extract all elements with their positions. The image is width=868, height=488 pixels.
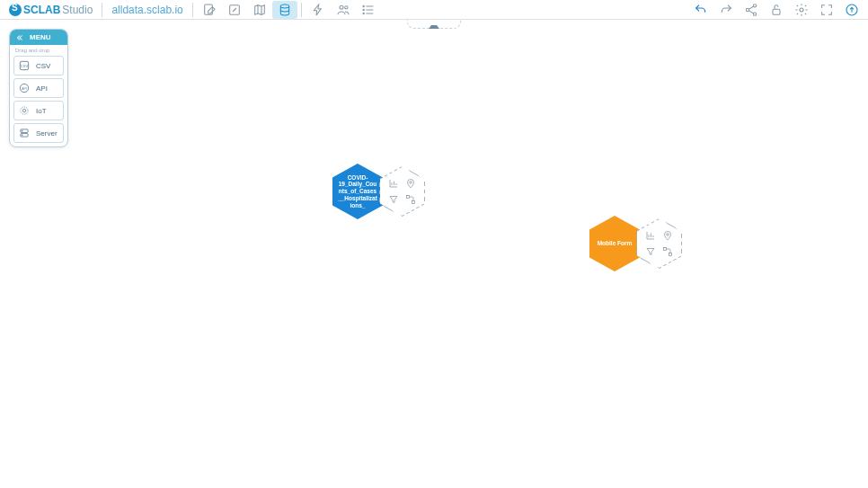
pencil-square-icon — [227, 3, 242, 17]
page-edit-icon — [202, 3, 217, 17]
node-filter-action[interactable] — [385, 192, 402, 207]
svg-point-6 — [363, 9, 364, 10]
data-tiles-list: CSV CSV API API IoT Server — [10, 56, 67, 146]
svg-point-24 — [410, 182, 412, 184]
node-label: COVID-19_Daily_Counts_of_Cases__Hospital… — [338, 174, 377, 209]
tile-label: Server — [36, 129, 58, 138]
toolbar-left-group — [197, 1, 381, 19]
map-icon — [252, 3, 267, 17]
node-flow-action[interactable] — [660, 244, 677, 259]
funnel-icon — [645, 246, 656, 257]
svg-rect-11 — [773, 9, 780, 14]
fullscreen-button[interactable] — [814, 1, 839, 19]
redo-button[interactable] — [713, 1, 739, 19]
share-button[interactable] — [739, 1, 764, 19]
svg-point-3 — [340, 5, 343, 9]
svg-point-27 — [667, 234, 669, 236]
flow-icon — [405, 194, 416, 205]
undo-button[interactable] — [688, 1, 713, 19]
separator — [192, 3, 193, 17]
svg-point-23 — [22, 135, 22, 136]
logo-text-sub: Studio — [62, 4, 93, 16]
svg-point-18 — [22, 109, 26, 112]
data-node-covid[interactable]: COVID-19_Daily_Counts_of_Cases__Hospital… — [332, 164, 425, 219]
design-button[interactable] — [222, 1, 247, 19]
chart-icon — [645, 230, 656, 241]
server-tile[interactable]: Server — [13, 123, 64, 143]
svg-point-22 — [22, 130, 22, 131]
node-actions — [636, 218, 682, 269]
tile-label: CSV — [36, 62, 50, 70]
unlock-icon — [769, 3, 784, 17]
data-node-mobileform[interactable]: Mobile Form — [589, 216, 682, 271]
undo-icon — [694, 3, 708, 17]
svg-rect-25 — [407, 196, 410, 199]
svg-rect-28 — [664, 248, 667, 251]
users-button[interactable] — [331, 1, 356, 19]
svg-text:CSV: CSV — [21, 64, 29, 68]
canvas[interactable]: MENU Drag and drop CSV CSV API API IoT — [0, 20, 868, 488]
api-tile[interactable]: API API — [13, 78, 64, 98]
node-location-action[interactable] — [403, 176, 420, 191]
database-icon — [278, 3, 292, 17]
share-icon — [744, 3, 758, 17]
edit-page-button[interactable] — [197, 1, 222, 19]
pin-icon — [662, 230, 673, 241]
server-icon — [18, 127, 31, 139]
svg-point-19 — [21, 107, 28, 114]
data-panel-header[interactable]: MENU — [10, 30, 67, 45]
svg-point-7 — [363, 13, 364, 13]
svg-text:API: API — [22, 87, 27, 91]
pin-icon — [405, 178, 416, 189]
map-button[interactable] — [247, 1, 272, 19]
logo-icon — [9, 4, 22, 16]
data-node-hex[interactable]: COVID-19_Daily_Counts_of_Cases__Hospital… — [332, 164, 383, 219]
iot-tile[interactable]: IoT — [13, 101, 64, 120]
bolt-icon — [311, 3, 325, 17]
app-logo[interactable]: SCLAB Studio — [4, 4, 98, 16]
api-icon: API — [18, 82, 31, 94]
data-source-panel: MENU Drag and drop CSV CSV API API IoT — [9, 29, 68, 147]
settings-button[interactable] — [789, 1, 814, 19]
svg-point-12 — [800, 8, 803, 12]
svg-point-2 — [280, 4, 288, 8]
node-flow-action[interactable] — [403, 192, 420, 207]
canvas-drawer-handle[interactable] — [407, 20, 461, 29]
separator — [102, 3, 102, 17]
svg-point-4 — [344, 5, 347, 8]
panel-title: MENU — [30, 33, 51, 41]
panel-hint: Drag and drop — [10, 45, 67, 56]
data-node-hex[interactable]: Mobile Form — [589, 216, 640, 271]
list-icon — [361, 3, 376, 17]
svg-rect-29 — [669, 253, 672, 256]
project-name[interactable]: alldata.sclab.io — [106, 4, 188, 16]
gear-icon — [794, 3, 809, 17]
tile-label: API — [36, 84, 48, 93]
node-filter-action[interactable] — [642, 244, 659, 259]
node-chart-action[interactable] — [385, 176, 402, 191]
logo-text-main: SCLAB — [23, 4, 60, 16]
svg-rect-26 — [412, 201, 415, 204]
collapse-icon — [15, 33, 24, 42]
node-location-action[interactable] — [660, 228, 677, 243]
node-chart-action[interactable] — [642, 228, 659, 243]
csv-tile[interactable]: CSV CSV — [13, 56, 64, 75]
csv-icon: CSV — [18, 59, 31, 72]
list-button[interactable] — [356, 1, 381, 19]
node-actions — [379, 166, 425, 217]
flow-icon — [662, 246, 673, 257]
publish-button[interactable] — [839, 1, 864, 19]
funnel-icon — [388, 194, 399, 205]
tile-label: IoT — [36, 107, 47, 115]
redo-icon — [719, 3, 733, 17]
unlock-button[interactable] — [764, 1, 789, 19]
node-label: Mobile Form — [598, 240, 633, 247]
data-button[interactable] — [272, 1, 297, 19]
users-icon — [336, 3, 350, 17]
fullscreen-icon — [819, 3, 834, 17]
svg-point-5 — [363, 5, 364, 6]
upload-circle-icon — [845, 3, 859, 17]
chart-icon — [388, 178, 399, 189]
action-button[interactable] — [306, 1, 331, 19]
top-toolbar: SCLAB Studio alldata.sclab.io — [0, 0, 868, 20]
